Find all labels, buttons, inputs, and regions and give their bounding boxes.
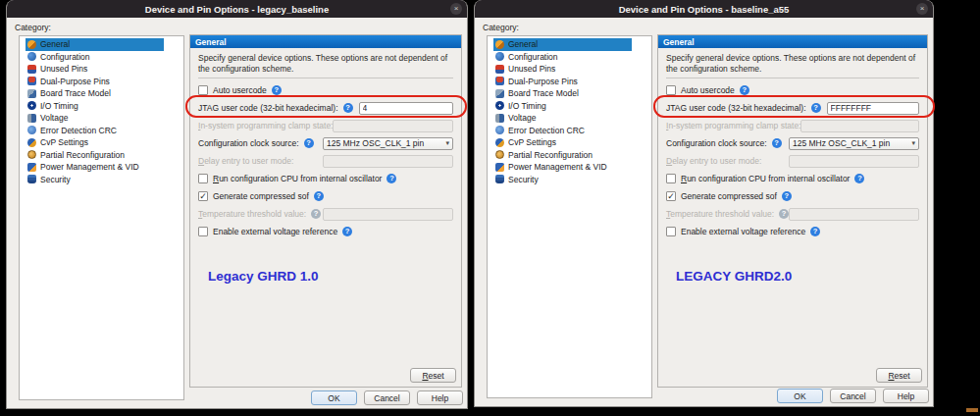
chevron-down-icon: ▾ bbox=[445, 139, 449, 147]
crc-icon bbox=[27, 126, 36, 134]
category-item-security[interactable]: Security bbox=[493, 174, 651, 186]
category-item-io-timing[interactable]: I/O Timing bbox=[26, 100, 183, 113]
jtag-user-code-input[interactable] bbox=[359, 102, 453, 115]
power-icon bbox=[27, 163, 36, 172]
category-item-label: Power Management & VID bbox=[508, 162, 607, 172]
help-icon[interactable]: ? bbox=[854, 174, 864, 183]
category-item-configuration[interactable]: Configuration bbox=[493, 51, 651, 64]
category-item-power-management[interactable]: Power Management & VID bbox=[493, 161, 651, 174]
category-item-dual-purpose-pins[interactable]: Dual-Purpose Pins bbox=[493, 76, 651, 88]
help-button[interactable]: Help bbox=[883, 389, 929, 403]
device-pin-options-window-a55: Device and Pin Options - baseline_a55 × … bbox=[474, 0, 934, 407]
help-icon[interactable]: ? bbox=[772, 138, 782, 148]
category-item-label: I/O Timing bbox=[40, 101, 78, 111]
magnifier-icon bbox=[27, 150, 36, 159]
category-item-power-management[interactable]: Power Management & VID bbox=[26, 161, 183, 174]
category-item-board-trace-model[interactable]: Board Trace Model bbox=[493, 87, 651, 100]
category-item-partial-reconfiguration[interactable]: Partial Reconfiguration bbox=[26, 149, 183, 162]
category-item-configuration[interactable]: Configuration bbox=[26, 51, 183, 64]
help-icon[interactable]: ? bbox=[304, 138, 314, 148]
general-icon bbox=[495, 40, 504, 49]
category-item-label: Dual-Purpose Pins bbox=[508, 77, 578, 86]
help-icon: ? bbox=[779, 209, 789, 219]
cancel-button[interactable]: Cancel bbox=[830, 389, 876, 403]
help-button[interactable]: Help bbox=[417, 390, 463, 405]
close-icon[interactable]: × bbox=[450, 3, 462, 15]
category-item-label: Security bbox=[508, 175, 539, 184]
help-icon[interactable]: ? bbox=[387, 174, 396, 183]
help-icon[interactable]: ? bbox=[740, 85, 749, 95]
chevron-down-icon: ▾ bbox=[911, 139, 915, 147]
category-item-label: Unused Pins bbox=[40, 64, 87, 74]
desktop-artifact bbox=[966, 408, 978, 412]
annotation-text: LEGACY GHRD2.0 bbox=[676, 269, 792, 284]
ext-voltage-ref-checkbox[interactable] bbox=[198, 227, 208, 236]
ok-button[interactable]: OK bbox=[311, 390, 357, 405]
category-item-label: Error Detection CRC bbox=[40, 126, 117, 135]
ok-button[interactable]: OK bbox=[777, 389, 823, 403]
cancel-button[interactable]: Cancel bbox=[364, 390, 410, 405]
close-icon[interactable]: × bbox=[916, 3, 928, 15]
category-item-dual-purpose-pins[interactable]: Dual-Purpose Pins bbox=[26, 76, 183, 88]
help-icon: ? bbox=[311, 209, 321, 219]
category-item-label: General bbox=[508, 39, 538, 49]
help-icon[interactable]: ? bbox=[272, 85, 282, 95]
ext-voltage-ref-checkbox[interactable] bbox=[666, 227, 676, 236]
category-item-io-timing[interactable]: I/O Timing bbox=[493, 100, 651, 113]
help-icon[interactable]: ? bbox=[782, 191, 792, 201]
delay-entry-label: Delay entry to user mode: bbox=[198, 156, 293, 166]
category-item-label: Partial Reconfiguration bbox=[40, 150, 125, 160]
auto-usercode-checkbox[interactable] bbox=[666, 85, 676, 95]
jtag-user-code-label: JTAG user code (32-bit hexadecimal): bbox=[666, 103, 806, 113]
category-item-cvp-settings[interactable]: CvP Settings bbox=[26, 136, 183, 149]
temp-threshold-label: Temperature threshold value: bbox=[666, 209, 774, 219]
config-clock-source-select[interactable]: 125 MHz OSC_CLK_1 pin ▾ bbox=[789, 137, 919, 150]
ext-voltage-ref-label: Enable external voltage reference bbox=[681, 227, 805, 236]
cvp-icon bbox=[27, 138, 36, 147]
help-icon[interactable]: ? bbox=[314, 191, 324, 201]
run-cpu-checkbox[interactable] bbox=[198, 174, 208, 183]
device-pin-options-window-legacy: Device and Pin Options - legacy_baseline… bbox=[6, 0, 468, 409]
category-item-label: Unused Pins bbox=[508, 64, 555, 74]
category-item-label: CvP Settings bbox=[508, 137, 556, 147]
category-item-partial-reconfiguration[interactable]: Partial Reconfiguration bbox=[493, 149, 651, 162]
category-item-error-detection-crc[interactable]: Error Detection CRC bbox=[26, 125, 183, 137]
category-item-unused-pins[interactable]: Unused Pins bbox=[493, 63, 651, 76]
category-item-label: Dual-Purpose Pins bbox=[40, 77, 110, 86]
category-item-general[interactable]: General bbox=[493, 38, 632, 51]
clamp-state-label: In-system programming clamp state: bbox=[198, 121, 333, 130]
category-item-cvp-settings[interactable]: CvP Settings bbox=[493, 136, 651, 149]
help-icon[interactable]: ? bbox=[811, 103, 821, 113]
voltage-icon bbox=[27, 114, 36, 123]
category-item-general[interactable]: General bbox=[26, 38, 164, 51]
config-clock-source-value: 125 MHz OSC_CLK_1 pin bbox=[793, 138, 890, 148]
jtag-user-code-input[interactable] bbox=[827, 102, 919, 115]
board-trace-model-icon bbox=[27, 89, 36, 98]
window-titlebar[interactable]: Device and Pin Options - baseline_a55 × bbox=[475, 0, 933, 18]
category-item-voltage[interactable]: Voltage bbox=[493, 112, 651, 125]
run-cpu-checkbox[interactable] bbox=[666, 174, 676, 183]
config-clock-source-value: 125 MHz OSC_CLK_1 pin bbox=[327, 138, 424, 148]
compressed-sof-checkbox[interactable]: ✓ bbox=[198, 191, 208, 201]
config-clock-source-select[interactable]: 125 MHz OSC_CLK_1 pin ▾ bbox=[323, 137, 453, 150]
general-options-panel: General Specify general device options. … bbox=[189, 34, 462, 388]
window-titlebar[interactable]: Device and Pin Options - legacy_baseline… bbox=[7, 0, 467, 18]
help-icon[interactable]: ? bbox=[810, 227, 820, 236]
help-icon[interactable]: ? bbox=[343, 103, 353, 113]
auto-usercode-checkbox[interactable] bbox=[198, 85, 208, 95]
delay-entry-input bbox=[789, 155, 919, 168]
category-item-board-trace-model[interactable]: Board Trace Model bbox=[26, 87, 183, 100]
reset-button[interactable]: Reset bbox=[410, 368, 456, 383]
category-item-voltage[interactable]: Voltage bbox=[26, 112, 183, 125]
clock-icon bbox=[495, 101, 504, 110]
category-label: Category: bbox=[483, 23, 519, 32]
category-item-error-detection-crc[interactable]: Error Detection CRC bbox=[493, 125, 651, 137]
category-item-security[interactable]: Security bbox=[26, 174, 183, 186]
dialog-button-row: OK Cancel Help bbox=[777, 389, 929, 403]
reset-button[interactable]: Reset bbox=[876, 368, 922, 383]
category-item-label: I/O Timing bbox=[508, 101, 546, 111]
window-title: Device and Pin Options - legacy_baseline bbox=[145, 4, 329, 15]
category-item-unused-pins[interactable]: Unused Pins bbox=[26, 63, 183, 76]
help-icon[interactable]: ? bbox=[342, 227, 352, 236]
compressed-sof-checkbox[interactable]: ✓ bbox=[666, 191, 676, 201]
